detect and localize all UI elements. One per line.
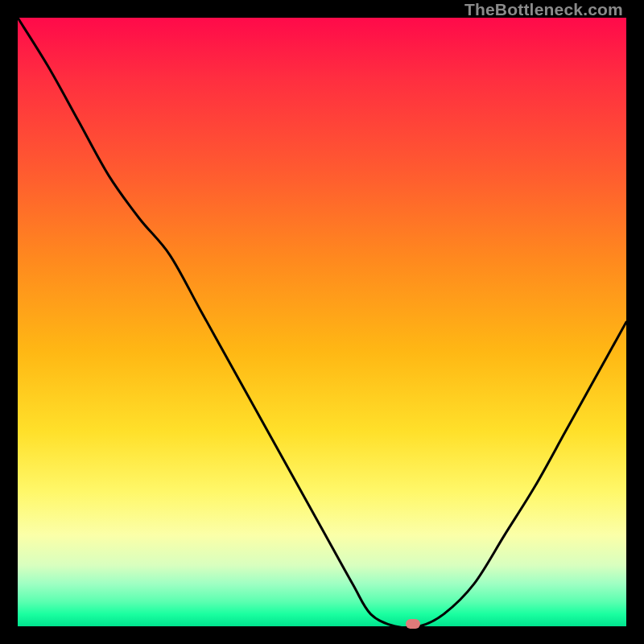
- gradient-background: [18, 18, 626, 626]
- optimal-marker: [406, 619, 420, 629]
- chart-container: TheBottleneck.com: [0, 0, 644, 644]
- watermark-text: TheBottleneck.com: [464, 0, 623, 19]
